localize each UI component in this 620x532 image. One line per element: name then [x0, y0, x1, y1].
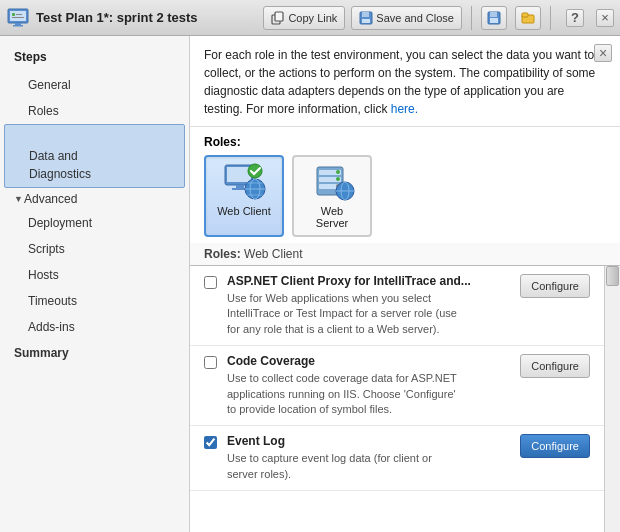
- adapter-item-coverage: Code Coverage Use to collect code covera…: [190, 346, 604, 426]
- toolbar-separator: [471, 6, 472, 30]
- save-disk-icon: [487, 11, 501, 25]
- content-area: For each role in the test environment, y…: [190, 36, 620, 532]
- sidebar-section-advanced[interactable]: ▼ Advanced: [0, 188, 189, 210]
- web-client-label: Web Client: [217, 205, 271, 217]
- window-close-button[interactable]: ×: [596, 9, 614, 27]
- svg-rect-3: [13, 25, 23, 27]
- sidebar-item-roles[interactable]: Roles: [0, 98, 189, 124]
- svg-rect-16: [522, 13, 528, 17]
- web-server-icon: [309, 163, 355, 201]
- sidebar-item-summary[interactable]: Summary: [0, 340, 189, 366]
- title-text: Test Plan 1*: sprint 2 tests: [36, 10, 257, 25]
- scrollbar-track[interactable]: [604, 266, 620, 532]
- adapter-item-eventlog: Event Log Use to capture event log data …: [190, 426, 604, 491]
- save-icon: [359, 11, 373, 25]
- adapter-aspnet-desc: Use for Web applications when you select…: [227, 291, 510, 337]
- adapter-aspnet-title: ASP.NET Client Proxy for IntelliTrace an…: [227, 274, 510, 288]
- svg-rect-14: [490, 18, 498, 23]
- svg-rect-2: [15, 23, 21, 25]
- adapter-coverage-info: Code Coverage Use to collect code covera…: [227, 354, 510, 417]
- sidebar-item-timeouts[interactable]: Timeouts: [0, 288, 189, 314]
- sidebar-item-data-diagnostics[interactable]: Data andDiagnostics: [4, 124, 185, 188]
- save-button-icon[interactable]: [481, 6, 507, 30]
- save-close-button[interactable]: Save and Close: [351, 6, 462, 30]
- svg-rect-19: [236, 185, 244, 188]
- adapter-eventlog-desc: Use to capture event log data (for clien…: [227, 451, 510, 482]
- aspnet-checkbox[interactable]: [204, 276, 217, 289]
- role-detail: Roles: Web Client: [190, 243, 620, 266]
- roles-section: Roles:: [190, 127, 620, 243]
- folder-icon: [521, 11, 535, 25]
- sidebar-header: Steps: [0, 46, 189, 72]
- info-text: For each role in the test environment, y…: [204, 48, 595, 116]
- svg-rect-6: [12, 17, 24, 18]
- adapters-list: ASP.NET Client Proxy for IntelliTrace an…: [190, 266, 604, 532]
- svg-rect-1: [10, 11, 26, 21]
- toolbar-separator2: [550, 6, 551, 30]
- role-card-web-server[interactable]: Web Server: [292, 155, 372, 237]
- role-detail-label: Roles:: [204, 247, 241, 261]
- web-server-label: Web Server: [304, 205, 360, 229]
- adapter-eventlog-title: Event Log: [227, 434, 510, 448]
- svg-point-31: [336, 170, 340, 174]
- sidebar-item-scripts[interactable]: Scripts: [0, 236, 189, 262]
- svg-rect-13: [490, 12, 497, 17]
- main-container: Steps General Roles Data andDiagnostics …: [0, 36, 620, 532]
- info-close-button[interactable]: ×: [594, 44, 612, 62]
- copy-link-icon: [271, 11, 285, 25]
- eventlog-checkbox[interactable]: [204, 436, 217, 449]
- sidebar-item-deployment[interactable]: Deployment: [0, 210, 189, 236]
- title-bar: Test Plan 1*: sprint 2 tests Copy Link S…: [0, 0, 620, 36]
- adapters-container: ASP.NET Client Proxy for IntelliTrace an…: [190, 266, 620, 532]
- web-client-icon: [221, 163, 267, 201]
- svg-point-32: [336, 177, 340, 181]
- svg-rect-5: [16, 14, 22, 15]
- svg-rect-8: [275, 12, 283, 21]
- svg-rect-10: [362, 12, 369, 17]
- expand-icon: ▼: [14, 194, 24, 204]
- coverage-checkbox[interactable]: [204, 356, 217, 369]
- help-button[interactable]: ?: [566, 9, 584, 27]
- role-detail-value: Web Client: [244, 247, 302, 261]
- scrollbar-thumb[interactable]: [606, 266, 619, 286]
- role-card-web-client[interactable]: Web Client: [204, 155, 284, 237]
- sidebar-item-general[interactable]: General: [0, 72, 189, 98]
- svg-rect-4: [12, 13, 15, 16]
- sidebar: Steps General Roles Data andDiagnostics …: [0, 36, 190, 532]
- title-icon: [6, 6, 30, 30]
- adapter-coverage-desc: Use to collect code coverage data for AS…: [227, 371, 510, 417]
- adapter-eventlog-info: Event Log Use to capture event log data …: [227, 434, 510, 482]
- svg-rect-11: [362, 19, 370, 23]
- adapter-aspnet-info: ASP.NET Client Proxy for IntelliTrace an…: [227, 274, 510, 337]
- sidebar-item-adds-ins[interactable]: Adds-ins: [0, 314, 189, 340]
- adapter-coverage-title: Code Coverage: [227, 354, 510, 368]
- svg-rect-18: [227, 167, 251, 182]
- here-link[interactable]: here.: [391, 102, 418, 116]
- adapter-item-aspnet: ASP.NET Client Proxy for IntelliTrace an…: [190, 266, 604, 346]
- copy-link-button[interactable]: Copy Link: [263, 6, 345, 30]
- coverage-configure-button[interactable]: Configure: [520, 354, 590, 378]
- open-button-icon[interactable]: [515, 6, 541, 30]
- roles-icons: Web Client: [204, 155, 606, 237]
- sidebar-item-hosts[interactable]: Hosts: [0, 262, 189, 288]
- aspnet-configure-button[interactable]: Configure: [520, 274, 590, 298]
- info-panel: For each role in the test environment, y…: [190, 36, 620, 127]
- eventlog-configure-button[interactable]: Configure: [520, 434, 590, 458]
- roles-label: Roles:: [204, 135, 606, 149]
